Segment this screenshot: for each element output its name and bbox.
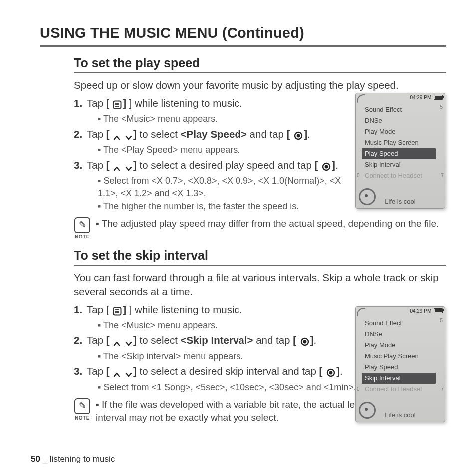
- up-arrow-icon: [113, 365, 120, 379]
- device-menu: Sound Effect DNSe Play Mode Music Play S…: [362, 104, 436, 181]
- step-note: The <Skip interval> menu appears.: [98, 350, 366, 362]
- section-intro: You can fast forward through a file at v…: [74, 271, 446, 298]
- step-2: 2. Tap [ ] to select <Play Speed> and ta…: [87, 127, 356, 156]
- page-number: 50: [31, 454, 40, 464]
- page-footer: 50 _ listening to music: [31, 454, 115, 464]
- step-2: 2. Tap [ ] to select <Skip Interval> and…: [87, 333, 366, 362]
- step-note: The <Music> menu appears.: [98, 319, 366, 331]
- step-note: Select from <X 0.7>, <X0.8>, <X 0.9>, <X…: [98, 175, 356, 199]
- clock: 04:29 PM: [410, 95, 431, 100]
- down-arrow-icon: [125, 128, 132, 142]
- step-note: The <Music> menu appears.: [98, 113, 356, 125]
- step-3: 3. Tap [ ] to select a desired play spee…: [87, 158, 356, 213]
- section-intro: Speed up or slow down your favorite musi…: [74, 78, 446, 92]
- menu-item-disabled: Connect to Headset: [362, 170, 436, 181]
- menu-item: Music Play Screen: [362, 351, 436, 362]
- battery-icon: [434, 95, 443, 100]
- device-screenshot-skip-interval: 04:29 PM 5 Sound Effect DNSe Play Mode M…: [355, 306, 445, 422]
- down-arrow-icon: [125, 365, 132, 379]
- menu-item: Skip Interval: [362, 159, 436, 170]
- footer-section: listening to music: [50, 454, 115, 464]
- now-playing: Life is cool: [356, 198, 445, 205]
- up-arrow-icon: [113, 334, 120, 348]
- ok-button-icon: [294, 128, 303, 142]
- menu-button-icon: [113, 97, 122, 111]
- clock: 04:29 PM: [410, 308, 431, 314]
- section-heading-play-speed: To set the play speed: [74, 56, 446, 73]
- down-arrow-icon: [125, 159, 132, 173]
- section-heading-skip-interval: To set the skip interval: [74, 248, 446, 266]
- step-3: 3. Tap [ ] to select a desired skip inte…: [87, 364, 366, 393]
- ok-button-icon: [326, 365, 335, 379]
- menu-item: DNSe: [362, 329, 436, 340]
- down-arrow-icon: [125, 334, 132, 348]
- menu-item: Play Speed: [362, 362, 436, 373]
- step-1: 1. Tap [ ] ] while listening to music. T…: [87, 96, 356, 125]
- menu-item-highlighted: Skip Interval: [362, 373, 436, 384]
- note-icon: ✎ NOTE: [74, 217, 91, 239]
- device-menu: Sound Effect DNSe Play Mode Music Play S…: [362, 318, 436, 395]
- now-playing: Life is cool: [356, 411, 445, 419]
- note-text: The adjusted play speed may differ from …: [96, 217, 439, 230]
- menu-item: Play Mode: [362, 340, 436, 351]
- menu-item: DNSe: [362, 115, 436, 126]
- menu-item-highlighted: Play Speed: [362, 148, 436, 159]
- menu-item-disabled: Connect to Headset: [362, 384, 436, 395]
- up-arrow-icon: [113, 128, 120, 142]
- menu-item: Music Play Screen: [362, 137, 436, 148]
- ok-button-icon: [322, 159, 331, 173]
- step-1: 1. Tap [ ] ] while listening to music. T…: [87, 303, 366, 332]
- menu-item: Play Mode: [362, 126, 436, 137]
- note-icon: ✎ NOTE: [74, 398, 91, 421]
- page-title: USING THE MUSIC MENU (Continued): [40, 25, 446, 47]
- ok-button-icon: [300, 334, 309, 348]
- step-note: Select from <1 Song>, <5sec>, <10sec>, <…: [98, 381, 366, 393]
- step-note: The higher the number is, the faster the…: [98, 200, 356, 212]
- step-note: The <Play Speed> menu appears.: [98, 144, 356, 156]
- note-row: ✎ NOTE The adjusted play speed may diffe…: [74, 217, 446, 239]
- up-arrow-icon: [113, 159, 120, 173]
- menu-button-icon: [113, 304, 122, 318]
- battery-icon: [434, 308, 443, 313]
- menu-item: Sound Effect: [362, 104, 436, 115]
- menu-item: Sound Effect: [362, 318, 436, 329]
- device-screenshot-play-speed: 04:29 PM 5 Sound Effect DNSe Play Mode M…: [355, 93, 445, 209]
